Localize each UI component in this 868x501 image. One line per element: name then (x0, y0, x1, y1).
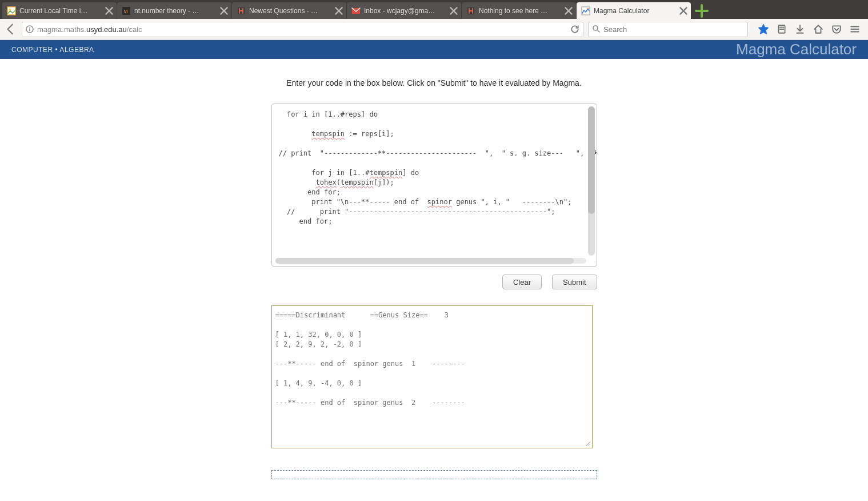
tab-title: Magma Calculator (594, 7, 676, 15)
home-icon[interactable] (813, 24, 823, 34)
reload-icon[interactable] (570, 25, 579, 34)
library-icon[interactable] (777, 24, 787, 34)
search-input[interactable] (603, 25, 744, 34)
toolbar-icons (753, 24, 863, 34)
close-icon[interactable] (565, 7, 573, 15)
close-icon[interactable] (679, 7, 687, 15)
new-tab-button[interactable] (694, 4, 710, 18)
code-input-box: for i in [1..#reps] do tempspin := reps[… (271, 104, 597, 267)
back-button[interactable] (5, 23, 17, 35)
browser-tab[interactable]: Inbox - wcjagy@gma… (347, 2, 461, 19)
svg-text:M: M (123, 9, 128, 14)
browser-tabstrip: Current Local Time i… M nt.number theory… (0, 0, 868, 19)
pocket-icon[interactable] (831, 24, 842, 34)
close-icon[interactable] (450, 7, 458, 15)
svg-point-8 (587, 7, 589, 9)
browser-tab[interactable]: M nt.number theory - … (117, 2, 231, 19)
code-textarea[interactable]: for i in [1..#reps] do tempspin := reps[… (272, 104, 597, 266)
url-text: magma.maths.usyd.edu.au/calc (37, 25, 567, 34)
banner-left-text: COMPUTER • ALGEBRA (11, 46, 94, 54)
close-icon[interactable] (220, 7, 228, 15)
browser-tab[interactable]: Nothing to see here … (462, 2, 576, 19)
horizontal-scrollbar[interactable] (275, 258, 586, 264)
page-banner: COMPUTER • ALGEBRA Magma Calculator (0, 40, 868, 59)
site-info-icon[interactable] (26, 25, 34, 33)
instruction-text: Enter your code in the box below. Click … (286, 78, 582, 88)
browser-tab[interactable]: Newest Questions - … (232, 2, 346, 19)
page-content: Enter your code in the box below. Click … (0, 59, 868, 501)
output-text: =====Discriminant ==Genus Size== 3 [ 1, … (275, 311, 465, 407)
horizontal-scroll-thumb[interactable] (275, 258, 574, 264)
search-icon (592, 25, 600, 34)
output-box[interactable]: =====Discriminant ==Genus Size== 3 [ 1, … (271, 305, 593, 448)
browser-tab[interactable]: Current Local Time i… (2, 2, 117, 19)
favicon-icon (237, 6, 246, 15)
url-host: usyd.edu.au (86, 25, 127, 34)
favicon-icon (351, 6, 361, 15)
svg-rect-7 (582, 7, 590, 15)
banner-title: Magma Calculator (736, 41, 857, 58)
clear-button[interactable]: Clear (502, 275, 542, 289)
url-bar[interactable]: magma.maths.usyd.edu.au/calc (22, 22, 583, 37)
url-pre: magma.maths. (37, 25, 86, 34)
tab-title: nt.number theory - … (134, 7, 217, 15)
favicon-icon (466, 6, 475, 15)
favicon-icon: M (122, 6, 131, 15)
url-post: /calc (127, 25, 142, 34)
close-icon[interactable] (105, 7, 113, 15)
browser-navbar: magma.maths.usyd.edu.au/calc (0, 19, 868, 40)
svg-line-13 (597, 30, 599, 32)
favicon-icon (7, 6, 16, 15)
tab-title: Inbox - wcjagy@gma… (364, 7, 446, 15)
tab-title: Nothing to see here … (479, 7, 561, 15)
submit-button[interactable]: Submit (552, 275, 597, 289)
vertical-scroll-thumb[interactable] (588, 106, 595, 214)
favicon-icon (581, 6, 590, 15)
button-row: Clear Submit (271, 275, 597, 289)
tab-title: Newest Questions - … (249, 7, 331, 15)
search-box[interactable] (588, 22, 748, 37)
tab-title: Current Local Time i… (19, 7, 102, 15)
close-icon[interactable] (335, 7, 343, 15)
resize-handle-icon[interactable] (585, 440, 591, 447)
browser-tab-active[interactable]: Magma Calculator (577, 2, 691, 19)
bookmark-star-icon[interactable] (758, 24, 769, 34)
menu-icon[interactable] (850, 24, 860, 34)
timing-box (271, 470, 597, 479)
downloads-icon[interactable] (795, 24, 805, 34)
vertical-scrollbar[interactable] (588, 106, 595, 256)
